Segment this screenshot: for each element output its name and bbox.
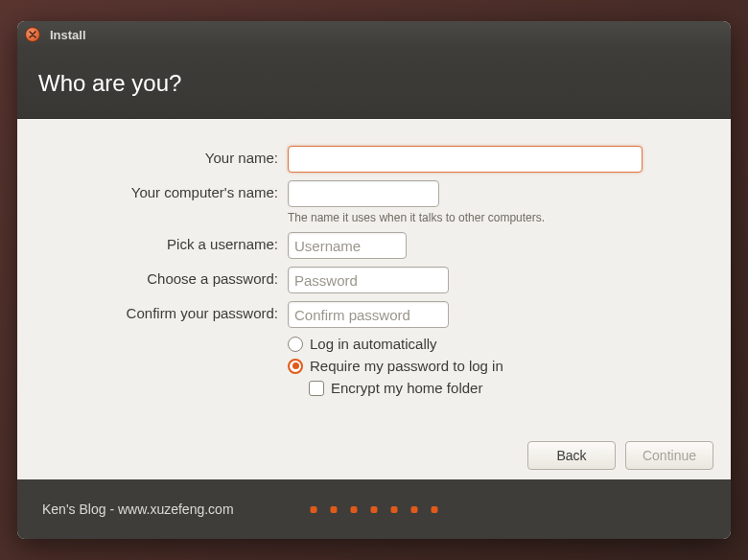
username-label: Pick a username: [44,232,288,252]
radio-icon [288,337,303,352]
checkbox-encrypt-home[interactable]: Encrypt my home folder [309,380,704,396]
row-username: Pick a username: [44,232,704,259]
encrypt-label: Encrypt my home folder [331,380,482,396]
window-title: Install [50,28,86,42]
dot-icon [432,506,438,513]
row-login-options: Log in automatically Require my password… [44,336,704,402]
confirm-password-input[interactable] [288,301,449,328]
form-content: Your name: Your computer's name: The nam… [17,119,731,432]
close-button[interactable] [25,27,40,42]
checkbox-icon [309,381,324,396]
name-label: Your name: [44,146,288,166]
footer: Ken's Blog - www.xuzefeng.com [17,479,731,539]
dot-icon [411,506,418,513]
header: Who are you? [17,48,731,119]
install-window: Install Who are you? Your name: Your com… [17,21,731,539]
titlebar: Install [17,21,731,48]
computer-label: Your computer's name: [44,180,288,200]
dot-icon [391,506,398,513]
button-bar: Back Continue [17,432,731,479]
row-password: Choose a password: [44,267,704,293]
auto-login-label: Log in automatically [310,336,437,352]
back-button[interactable]: Back [527,441,616,470]
radio-icon [288,359,303,374]
close-icon [29,31,36,38]
row-name: Your name: [44,146,704,173]
radio-auto-login[interactable]: Log in automatically [288,336,704,352]
name-input[interactable] [288,146,643,173]
radio-require-password[interactable]: Require my password to log in [288,358,704,374]
dot-icon [311,506,317,513]
computer-hint: The name it uses when it talks to other … [288,211,704,224]
confirm-label: Confirm your password: [44,301,288,321]
computer-name-input[interactable] [288,180,439,207]
page-title: Who are you? [38,70,181,97]
dot-icon [371,506,378,513]
row-computer: Your computer's name: The name it uses w… [44,180,704,224]
dot-icon [351,506,358,513]
username-input[interactable] [288,232,407,259]
password-label: Choose a password: [44,267,288,287]
dot-icon [331,506,338,513]
require-password-label: Require my password to log in [310,358,503,374]
progress-dots [311,506,438,513]
row-confirm: Confirm your password: [44,301,704,328]
password-input[interactable] [288,267,449,293]
footer-text: Ken's Blog - www.xuzefeng.com [42,502,234,517]
continue-button: Continue [625,441,713,470]
